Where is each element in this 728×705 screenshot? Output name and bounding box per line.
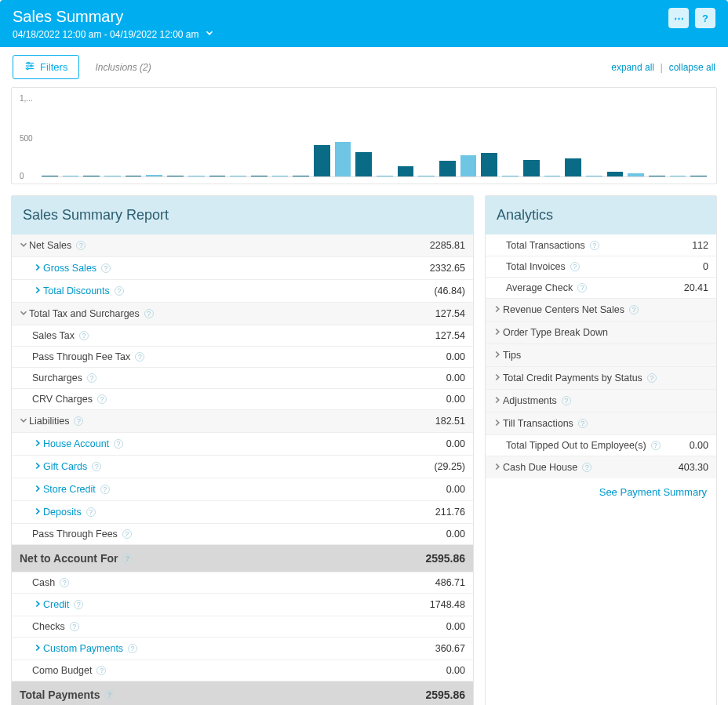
report-row[interactable]: Store Credit?0.00 — [12, 478, 473, 500]
chart-bar[interactable] — [481, 153, 497, 176]
help-tooltip-icon[interactable]: ? — [101, 263, 111, 273]
chart-bar[interactable] — [670, 176, 686, 176]
report-row[interactable]: Tips — [486, 343, 716, 366]
help-tooltip-icon[interactable]: ? — [104, 690, 114, 700]
row-label: Total Transactions — [506, 240, 585, 251]
chart-bar[interactable] — [649, 176, 665, 176]
help-tooltip-icon[interactable]: ? — [128, 644, 137, 653]
chart-bar[interactable] — [126, 176, 142, 176]
help-tooltip-icon[interactable]: ? — [87, 373, 96, 383]
help-tooltip-icon[interactable]: ? — [79, 331, 89, 340]
expand-all-link[interactable]: expand all — [611, 62, 654, 73]
chart-bar[interactable] — [502, 176, 519, 176]
help-tooltip-icon[interactable]: ? — [629, 305, 639, 314]
chart-bar[interactable] — [209, 176, 226, 176]
report-row[interactable]: Revenue Centers Net Sales? — [486, 298, 716, 321]
chart-bar[interactable] — [565, 158, 581, 176]
chart-bar[interactable] — [523, 160, 540, 176]
help-tooltip-icon[interactable]: ? — [86, 507, 96, 517]
ellipsis-icon: ⋯ — [674, 13, 684, 24]
help-tooltip-icon[interactable]: ? — [97, 394, 107, 404]
chart-bar[interactable] — [293, 176, 309, 176]
separator: | — [661, 61, 663, 73]
chart-bar[interactable] — [628, 173, 644, 176]
report-row[interactable]: Order Type Break Down — [486, 321, 716, 343]
chart-bar[interactable] — [418, 176, 435, 176]
row-value: 0.00 — [690, 440, 708, 451]
chart-bar[interactable] — [690, 176, 707, 176]
help-tooltip-icon[interactable]: ? — [144, 309, 154, 318]
chart-bar[interactable] — [460, 155, 477, 176]
chart-bar[interactable] — [63, 176, 79, 176]
report-row[interactable]: Gift Cards?(29.25) — [12, 455, 473, 478]
help-tooltip-icon[interactable]: ? — [76, 241, 86, 250]
help-tooltip-icon[interactable]: ? — [115, 286, 124, 296]
chart-bar[interactable] — [188, 176, 205, 176]
report-row[interactable]: Credit?1748.48 — [12, 593, 473, 616]
help-tooltip-icon[interactable]: ? — [647, 373, 657, 383]
report-row[interactable]: Total Discounts?(46.84) — [12, 279, 473, 302]
chart-bar[interactable] — [167, 176, 184, 176]
report-row[interactable]: Total Credit Payments by Status? — [486, 366, 716, 389]
row-value: 2595.86 — [425, 689, 465, 701]
help-tooltip-icon[interactable]: ? — [570, 262, 580, 271]
chart-bar[interactable] — [398, 166, 414, 176]
help-tooltip-icon[interactable]: ? — [74, 416, 83, 426]
report-row[interactable]: Net Sales?2285.81 — [12, 234, 473, 256]
inclusions-label[interactable]: Inclusions (2) — [95, 62, 151, 73]
report-row[interactable]: Adjustments? — [486, 389, 716, 412]
help-tooltip-icon[interactable]: ? — [577, 283, 587, 293]
help-tooltip-icon[interactable]: ? — [122, 554, 132, 563]
help-tooltip-icon[interactable]: ? — [135, 352, 144, 362]
chart-bar[interactable] — [314, 145, 330, 176]
chart-bar[interactable] — [272, 176, 289, 176]
report-row[interactable]: Liabilities?182.51 — [12, 409, 473, 432]
report-row[interactable]: Total Tax and Surcharges?127.54 — [12, 302, 473, 325]
see-payment-summary-link[interactable]: See Payment Summary — [599, 486, 707, 498]
help-tooltip-icon[interactable]: ? — [74, 600, 83, 609]
date-range-selector[interactable]: 04/18/2022 12:00 am - 04/19/2022 12:00 a… — [13, 27, 215, 41]
chart-bar[interactable] — [83, 176, 100, 176]
report-row[interactable]: Deposits?211.76 — [12, 500, 473, 523]
help-tooltip-icon[interactable]: ? — [70, 622, 79, 631]
help-tooltip-icon[interactable]: ? — [122, 529, 132, 539]
help-tooltip-icon[interactable]: ? — [92, 462, 101, 471]
chart-bar[interactable] — [335, 142, 351, 176]
chart-bar[interactable] — [544, 176, 561, 176]
chart-bar[interactable] — [42, 176, 58, 176]
row-label: Revenue Centers Net Sales — [503, 304, 624, 315]
chart-ytick: 1,... — [20, 94, 33, 103]
analytics-panel: Analytics Total Transactions?112Total In… — [485, 195, 717, 705]
chart-bar[interactable] — [251, 176, 268, 176]
report-row[interactable]: House Account?0.00 — [12, 432, 473, 455]
chart-bar[interactable] — [439, 161, 456, 176]
more-menu-button[interactable]: ⋯ — [668, 8, 689, 28]
chart-bar[interactable] — [104, 176, 121, 176]
help-tooltip-icon[interactable]: ? — [590, 241, 599, 250]
report-row: Total Tipped Out to Employee(s)?0.00 — [486, 434, 716, 456]
chart-bar[interactable] — [146, 175, 162, 176]
chart-bar[interactable] — [607, 172, 624, 176]
report-row[interactable]: Till Transactions? — [486, 412, 716, 434]
chevron-right-icon — [32, 460, 40, 473]
chart-bar[interactable] — [586, 176, 602, 176]
row-label: Liabilities — [29, 416, 69, 427]
chevron-down-icon — [18, 415, 26, 427]
chart-bar[interactable] — [355, 152, 372, 176]
help-tooltip-icon[interactable]: ? — [114, 439, 123, 449]
chart-bar[interactable] — [377, 176, 393, 176]
chart-bar[interactable] — [230, 176, 246, 177]
help-tooltip-icon[interactable]: ? — [96, 666, 106, 675]
filters-button[interactable]: Filters — [13, 55, 79, 79]
help-tooltip-icon[interactable]: ? — [562, 396, 571, 405]
help-tooltip-icon[interactable]: ? — [651, 441, 661, 450]
report-row[interactable]: Cash Due House?403.30 — [486, 456, 716, 478]
help-tooltip-icon[interactable]: ? — [582, 463, 592, 472]
help-tooltip-icon[interactable]: ? — [100, 485, 110, 494]
collapse-all-link[interactable]: collapse all — [669, 62, 715, 73]
help-button[interactable]: ? — [695, 8, 715, 28]
report-row[interactable]: Custom Payments?360.67 — [12, 637, 473, 660]
help-tooltip-icon[interactable]: ? — [578, 419, 588, 428]
report-row[interactable]: Gross Sales?2332.65 — [12, 256, 473, 279]
help-tooltip-icon[interactable]: ? — [60, 578, 69, 587]
